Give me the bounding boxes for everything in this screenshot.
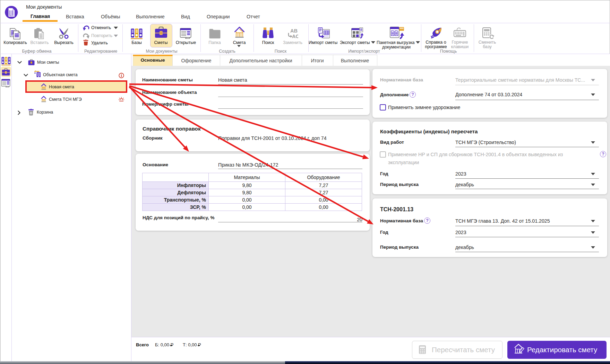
svg-text:AB: AB — [290, 28, 298, 34]
svg-text:AC: AC — [292, 34, 298, 39]
